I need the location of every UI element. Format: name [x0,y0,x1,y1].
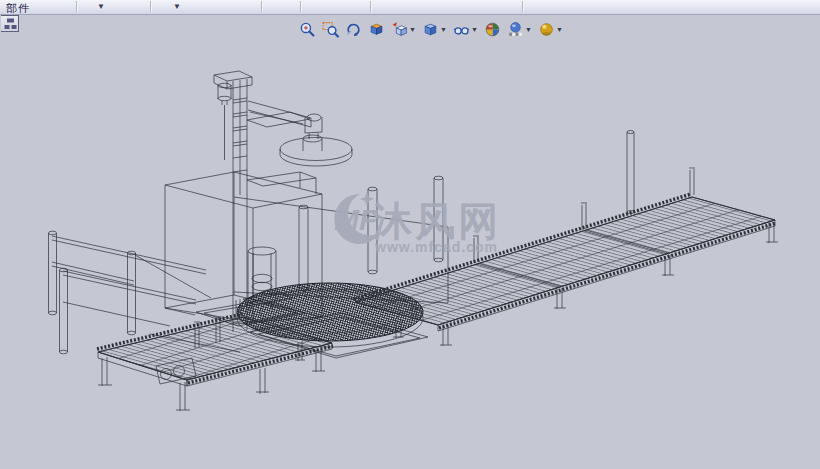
zoom-to-fit-icon [299,21,316,38]
menu-dropdown-button-1[interactable]: ▼ [92,0,110,13]
section-view-icon [368,21,385,38]
display-style-icon [422,21,439,38]
view-orientation-button[interactable]: ▼ [389,20,418,39]
watermark: MF 沐风网 www.mfcad.com [322,186,512,261]
zoom-to-area-button[interactable] [320,20,341,39]
watermark-url: www.mfcad.com [374,239,498,255]
dropdown-caret[interactable]: ▼ [556,26,563,33]
dropdown-caret[interactable]: ▼ [409,26,416,33]
feature-manager-tab[interactable] [1,15,19,32]
rotate-view-button[interactable] [343,20,364,39]
rotate-view-icon [345,21,362,38]
zoom-to-area-icon [322,21,339,38]
assembly-icon [3,17,17,31]
zoom-to-fit-button[interactable] [297,20,318,39]
view-settings-button[interactable]: ▼ [536,20,565,39]
display-style-button[interactable]: ▼ [420,20,449,39]
menu-dropdown-button-2[interactable]: ▼ [168,0,186,13]
menubar-separator [76,1,77,12]
edit-appearance-icon [507,21,524,38]
film-ring-disc[interactable] [280,135,352,166]
menubar-separator [300,1,301,12]
rotary-arm[interactable] [248,101,322,139]
menubar-separator [261,1,262,12]
heads-up-toolbar: ▼ ▼ ▼ [296,18,566,40]
hide-show-items-icon [453,21,470,38]
edit-appearance-button[interactable]: ▼ [505,20,534,39]
apply-scene-button[interactable] [482,20,503,39]
section-view-button[interactable] [366,20,387,39]
menubar-separator [150,1,151,12]
apply-scene-icon [484,21,501,38]
dropdown-caret[interactable]: ▼ [440,26,447,33]
watermark-site-name: 沐风网 [371,199,501,243]
dropdown-caret[interactable]: ▼ [471,26,478,33]
menubar-separator [370,1,371,12]
dropdown-caret[interactable]: ▼ [525,26,532,33]
menubar: 部件 ▼ ▼ [0,0,820,15]
application-window: MF 沐风网 www.mfcad.com 部件 ▼ ▼ [0,0,820,469]
view-orientation-icon [391,21,408,38]
menubar-separator [522,1,523,12]
view-settings-icon [538,21,555,38]
hide-show-items-button[interactable]: ▼ [451,20,480,39]
menu-item-component[interactable]: 部件 [6,1,30,16]
